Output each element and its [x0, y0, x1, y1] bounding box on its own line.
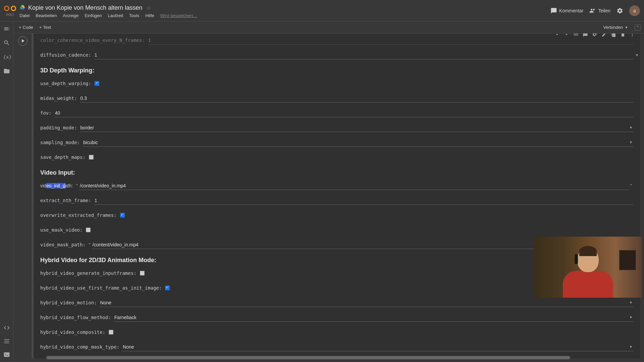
terminal-icon[interactable] [3, 351, 10, 358]
hybrid-motion-label: hybrid_video_motion: [40, 300, 97, 305]
search-icon[interactable] [3, 40, 10, 46]
header-right: Kommentar Teilen a [550, 5, 640, 16]
diffusion-cadence-label: diffusion_cadence: [40, 52, 91, 58]
run-cell-button[interactable] [18, 36, 28, 46]
chevron-down-icon: ▼ [629, 126, 633, 129]
color-coherence-input[interactable] [148, 36, 633, 45]
files-icon[interactable] [3, 68, 10, 74]
padding-mode-dropdown[interactable]: border▼ [80, 124, 633, 132]
menu-datei[interactable]: Datei [19, 13, 30, 18]
variables-icon[interactable]: {x} [3, 54, 10, 60]
menubar: Datei Bearbeiten Anzeige Einfügen Laufze… [19, 13, 550, 18]
overwrite-extracted-frames-checkbox[interactable] [120, 213, 125, 218]
share-icon [589, 7, 596, 14]
menu-laufzeit[interactable]: Laufzeit [108, 13, 123, 18]
video-mask-path-label: video_mask_path: [40, 242, 86, 247]
hybrid-first-frame-label: hybrid_video_use_first_frame_as_init_ima… [40, 285, 162, 291]
cell-body: color_coherence_video_every_N_frames: di… [34, 34, 640, 358]
toolbar: + Code + Text Verbinden ▼ ⌃ [0, 21, 644, 34]
colab-logo-area: PRO [4, 4, 16, 17]
use-depth-warping-label: use_depth_warping: [40, 81, 91, 86]
comment-icon [550, 7, 557, 14]
menu-einfugen[interactable]: Einfügen [85, 13, 102, 18]
code-cell: color_coherence_video_every_N_frames: di… [16, 34, 640, 358]
colab-logo[interactable] [4, 4, 16, 12]
extract-nth-frame-input[interactable] [94, 196, 633, 205]
add-text-button[interactable]: + Text [39, 25, 51, 30]
hybrid-comp-mask-label: hybrid_video_comp_mask_type: [40, 344, 119, 350]
doc-title[interactable]: Kopie von Kopie von Mensch altern lassen [28, 4, 142, 11]
fov-input[interactable] [54, 109, 633, 117]
add-code-button[interactable]: + Code [19, 25, 33, 30]
share-button[interactable]: Teilen [589, 7, 610, 14]
settings-icon[interactable] [616, 7, 623, 14]
toc-icon[interactable] [3, 25, 10, 32]
star-icon[interactable]: ☆ [146, 5, 151, 11]
save-depth-maps-label: save_depth_maps: [40, 155, 86, 160]
video-init-path-input[interactable] [79, 182, 629, 190]
midas-weight-input[interactable] [80, 94, 633, 103]
hybrid-generate-label: hybrid_video_generate_inputframes: [40, 270, 137, 276]
drive-icon [19, 5, 25, 11]
cell-gutter [16, 34, 30, 358]
hybrid-flow-method-dropdown[interactable]: Farneback▼ [114, 313, 633, 322]
midas-weight-label: midas_weight: [40, 96, 77, 101]
avatar[interactable]: a [629, 5, 640, 16]
save-status: Wird gespeichert… [160, 13, 197, 18]
comment-button[interactable]: Kommentar [550, 7, 583, 14]
webcam-overlay[interactable] [534, 237, 642, 298]
video-init-path-label: video_init_path: [40, 183, 73, 189]
chevron-down-icon: ▼ [629, 301, 633, 304]
menu-tools[interactable]: Tools [129, 13, 139, 18]
use-depth-warping-checkbox[interactable] [95, 81, 99, 86]
diffusion-cadence-input[interactable] [94, 51, 633, 59]
chevron-down-icon: ▼ [629, 315, 633, 319]
hybrid-comp-mask-dropdown[interactable]: None▼ [122, 343, 633, 351]
collapse-icon[interactable]: ▼ [635, 53, 639, 57]
section-video-input: Video Input: [40, 169, 633, 176]
overwrite-extracted-frames-label: overwrite_extracted_frames: [40, 213, 117, 218]
color-coherence-label: color_coherence_video_every_N_frames: [40, 38, 145, 43]
hybrid-composite-label: hybrid_video_composite: [40, 329, 105, 335]
hybrid-generate-checkbox[interactable] [140, 271, 145, 276]
extract-nth-frame-label: extract_nth_frame: [40, 198, 91, 203]
code-snippets-icon[interactable] [3, 324, 10, 331]
horizontal-scrollbar[interactable] [46, 356, 570, 359]
collapse-toolbar-button[interactable]: ⌃ [635, 24, 641, 31]
sampling-mode-dropdown[interactable]: bicubic▼ [83, 138, 633, 147]
padding-mode-label: padding_mode: [40, 125, 77, 130]
hybrid-composite-checkbox[interactable] [109, 330, 113, 335]
hybrid-motion-dropdown[interactable]: None▼ [100, 299, 633, 307]
chevron-down-icon: ▼ [629, 345, 633, 349]
section-3d-depth: 3D Depth Warping: [40, 67, 633, 74]
command-palette-icon[interactable] [3, 338, 10, 345]
hybrid-first-frame-checkbox[interactable] [165, 286, 170, 290]
pro-badge: PRO [6, 13, 14, 17]
chevron-down-icon: ▼ [629, 140, 633, 144]
hybrid-flow-method-label: hybrid_video_flow_method: [40, 315, 111, 320]
use-mask-video-label: use_mask_video: [40, 227, 83, 233]
use-mask-video-checkbox[interactable] [86, 228, 91, 232]
menu-hilfe[interactable]: Hilfe [145, 13, 154, 18]
sampling-mode-label: sampling_mode: [40, 140, 80, 145]
menu-bearbeiten[interactable]: Bearbeiten [36, 13, 57, 18]
fov-label: fov: [40, 110, 52, 116]
app-header: PRO Kopie von Kopie von Mensch altern la… [0, 0, 644, 21]
left-rail: {x} [0, 21, 13, 362]
save-depth-maps-checkbox[interactable] [89, 155, 94, 160]
title-area: Kopie von Kopie von Mensch altern lassen… [19, 3, 550, 18]
connect-button[interactable]: Verbinden ▼ [600, 23, 631, 31]
menu-anzeige[interactable]: Anzeige [63, 13, 78, 18]
notebook-main: color_coherence_video_every_N_frames: di… [13, 34, 644, 362]
